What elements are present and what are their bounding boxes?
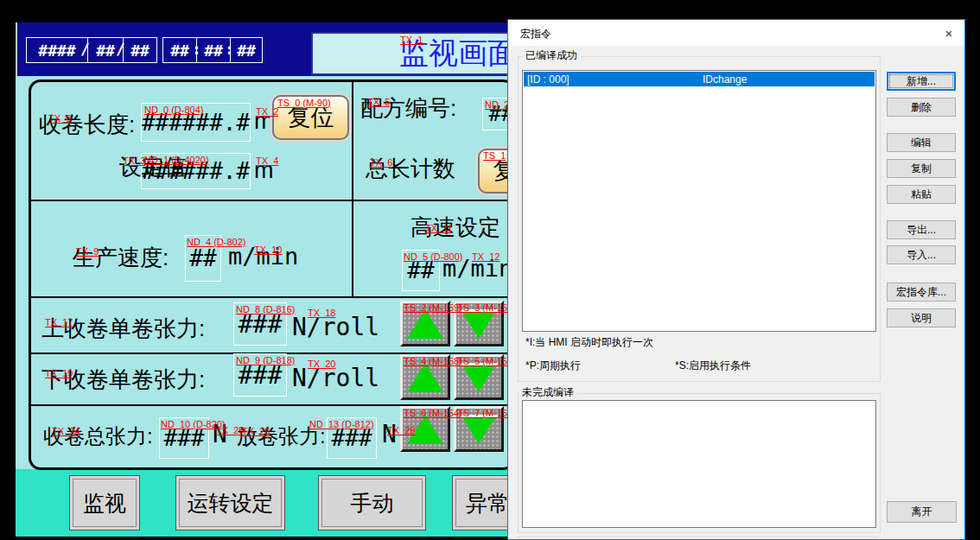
date-separator: / (116, 40, 125, 58)
export-button[interactable]: 导出... (887, 220, 956, 239)
time-separator: : (225, 40, 234, 58)
date-display[interactable]: #### ## ## / / (26, 37, 157, 63)
tag-winding-length-unit: TX_2 (256, 106, 278, 117)
nav-button-run-settings[interactable]: 运转设定 (175, 475, 285, 530)
time-second: ## (230, 38, 262, 62)
help-button[interactable]: 说明 (887, 308, 956, 327)
list-item-macro[interactable]: [ID : 000] IDchange (524, 72, 875, 86)
time-separator: : (192, 40, 201, 58)
lower-tension-unit: N/roll (292, 364, 379, 392)
tag-upper-tension: TX_17 (45, 317, 73, 327)
edit-button[interactable]: 编辑 (887, 133, 956, 152)
compiled-macro-list[interactable]: [ID : 000] IDchange (522, 70, 876, 332)
uncompiled-group-label: 未完成编译 (519, 385, 576, 400)
tag-lower-tension-value: ND_9 (D-818) (236, 355, 295, 365)
high-speed-label: 高速设定 (410, 213, 500, 243)
tag-recipe-value: ND_2 (485, 99, 509, 110)
dialog-title: 宏指令 (520, 27, 551, 41)
close-icon[interactable]: × (936, 22, 962, 44)
macro-id: [ID : 000] (527, 73, 570, 86)
exit-button[interactable]: 离开 (887, 501, 957, 523)
uncompiled-macro-list[interactable] (522, 400, 876, 528)
tag-title: TX_1 (400, 35, 423, 45)
tag-total-tension: TX_24 (52, 426, 80, 436)
upper-tension-unit: N/roll (292, 313, 379, 341)
tag-upper-tension-unit: TX_18 (308, 308, 335, 318)
tag-set-value: TX_3 (123, 156, 145, 166)
tag-unwind-tension-unit: TX_29 (387, 425, 415, 435)
down-arrow-icon (461, 415, 497, 444)
tag-set-value-unit: TX_4 (256, 156, 278, 166)
tag-winding-length: TX_0 (48, 113, 71, 124)
tag-lower-up: TS_4 (M-158) (404, 356, 462, 366)
nav-button-manual[interactable]: 手动 (318, 475, 426, 530)
import-button[interactable]: 导入... (887, 245, 956, 264)
note-condition: *S:启用执行条件 (675, 359, 751, 373)
macro-dialog: 宏指令 × 已编译成功 [ID : 000] IDchange *I:当 HMI… (507, 19, 965, 540)
grid-hline (31, 296, 507, 298)
add-button[interactable]: 新增... (887, 72, 956, 91)
tag-reset-length: TS_0 (M-90) (277, 98, 331, 108)
date-day: ## (123, 38, 156, 62)
tag-high-speed: TX_11 (425, 223, 453, 233)
tag-total-tension-unit: TX_25 (216, 425, 244, 435)
copy-button[interactable]: 复制 (887, 159, 956, 178)
note-initial: *I:当 HMI 启动时即执行一次 (525, 335, 653, 350)
tag-winding-length-value: ND_0 (D-804) (144, 105, 203, 115)
paste-button[interactable]: 粘贴 (887, 185, 956, 204)
tag-high-speed-value: ND_5 (D-800) (404, 251, 462, 262)
up-arrow-icon (407, 309, 443, 339)
tag-upper-up: TS_2 (M-159) (404, 302, 462, 313)
tag-prod-speed: TX_9 (76, 246, 99, 257)
macro-library-button[interactable]: 宏指令库... (887, 283, 956, 302)
tag-reset-count: TS_1 (483, 150, 506, 161)
time-display[interactable]: ## ## ## : : (162, 37, 263, 63)
tag-set-value-field: ND_1 (D-4020) (144, 155, 209, 165)
tag-unwind-tension-value: ND_13 (D-812) (309, 419, 374, 429)
date-separator: / (80, 40, 90, 58)
tag-upper-tension-value: ND_8 (D-816) (236, 304, 295, 314)
tag-lower-tension: TX_19 (45, 368, 73, 378)
bottom-panel-edge (518, 537, 879, 537)
delete-button[interactable]: 删除 (887, 98, 956, 117)
tag-high-speed-unit: TX_12 (472, 251, 500, 262)
down-arrow-icon (461, 309, 497, 339)
grid-vline (352, 82, 353, 296)
tag-total-count: TX_6 (370, 157, 392, 168)
nav-button-monitor[interactable]: 监视 (69, 475, 140, 530)
date-year: #### (27, 38, 87, 62)
dialog-titlebar[interactable]: 宏指令 × (508, 20, 964, 46)
tag-prod-speed-value: ND_4 (D-802) (187, 237, 245, 247)
up-arrow-icon (407, 363, 443, 392)
down-arrow-icon (461, 363, 497, 392)
macro-name: IDchange (703, 73, 747, 86)
tag-prod-speed-unit: TX_10 (254, 245, 282, 255)
tag-total-up: TS_6 (M-154) (404, 408, 462, 418)
tag-recipe: TX_5 (367, 97, 390, 107)
compiled-group-label: 已编译成功 (523, 48, 580, 63)
tag-unwind-tension: TX_26 (242, 426, 270, 436)
screen: #### ## ## / / ## ## ## : : 监视画面 TX_1 收卷… (0, 0, 980, 540)
grid-hline (31, 200, 507, 201)
tag-lower-tension-unit: TX_20 (308, 359, 335, 369)
note-periodic: *P:周期执行 (525, 359, 581, 373)
